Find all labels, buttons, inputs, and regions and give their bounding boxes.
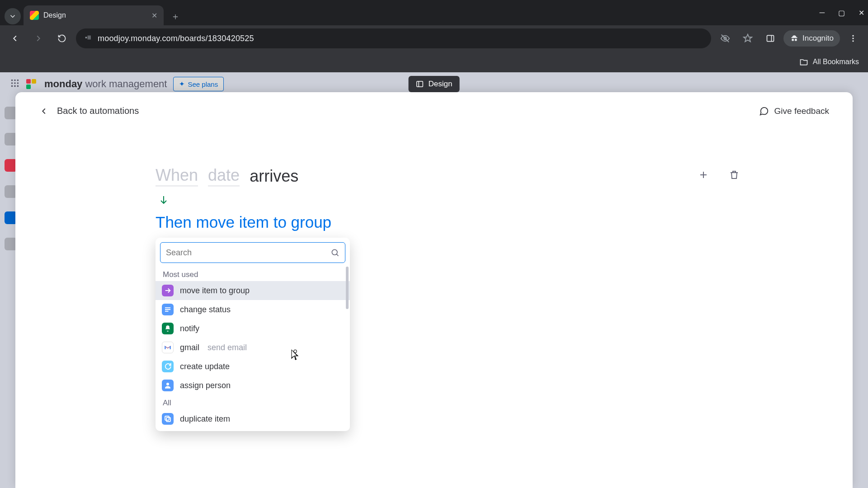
svg-point-8 <box>17 80 19 81</box>
section-all: All <box>156 395 350 409</box>
option-create-update[interactable]: create update <box>156 357 350 376</box>
option-move-item-to-group[interactable]: move item to group <box>156 281 350 300</box>
option-change-status[interactable]: change status <box>156 300 350 319</box>
incognito-badge[interactable]: Incognito <box>783 30 840 47</box>
svg-point-10 <box>14 82 16 84</box>
monday-favicon <box>30 11 39 20</box>
svg-point-4 <box>852 38 854 39</box>
action-dropdown: Most used move item to group change stat… <box>156 238 350 431</box>
option-label: duplicate item <box>180 414 230 424</box>
incognito-label: Incognito <box>802 34 834 43</box>
close-icon[interactable]: ✕ <box>859 9 864 17</box>
section-most-used: Most used <box>156 267 350 281</box>
option-gmail[interactable]: gmail send email <box>156 338 350 357</box>
gmail-icon <box>162 342 174 353</box>
option-duplicate-item[interactable]: duplicate item <box>156 409 350 428</box>
svg-point-11 <box>17 82 19 84</box>
scrollbar[interactable] <box>346 267 349 309</box>
forward-button <box>29 29 48 48</box>
all-bookmarks-button[interactable]: All Bookmarks <box>799 57 859 66</box>
trigger-when-link[interactable]: When <box>156 166 198 186</box>
feedback-label: Give feedback <box>774 106 829 116</box>
person-icon <box>162 380 174 391</box>
svg-point-12 <box>11 85 13 87</box>
minimize-icon[interactable]: ─ <box>820 9 825 17</box>
app-viewport: monday work management ✦ See plans Desig… <box>0 72 868 488</box>
chat-icon <box>162 361 174 372</box>
svg-point-9 <box>11 82 13 84</box>
browser-toolbar: moodjoy.monday.com/boards/1830420525 Inc… <box>0 25 868 52</box>
search-input[interactable] <box>166 248 327 258</box>
svg-point-16 <box>332 249 337 255</box>
address-bar[interactable]: moodjoy.monday.com/boards/1830420525 <box>76 28 711 48</box>
give-feedback-button[interactable]: Give feedback <box>759 106 829 116</box>
back-button[interactable] <box>5 29 24 48</box>
svg-rect-15 <box>417 81 423 87</box>
reload-button[interactable] <box>52 29 71 48</box>
product-name: monday work management <box>44 78 167 90</box>
automation-builder: When date arrives Then move item to grou… <box>15 116 853 431</box>
svg-rect-18 <box>166 418 170 422</box>
svg-rect-2 <box>767 35 774 41</box>
window-controls: ─ ▢ ✕ <box>820 0 864 25</box>
delete-step-icon[interactable] <box>729 169 740 183</box>
svg-point-3 <box>852 35 854 37</box>
add-step-icon[interactable] <box>698 169 709 183</box>
svg-point-7 <box>14 80 16 81</box>
board-pill-label: Design <box>429 80 453 89</box>
option-notify[interactable]: notify <box>156 319 350 338</box>
svg-point-6 <box>11 80 13 81</box>
bell-icon <box>162 323 174 334</box>
all-bookmarks-label: All Bookmarks <box>813 58 859 66</box>
option-assign-person[interactable]: assign person <box>156 376 350 395</box>
new-tab-button[interactable]: ＋ <box>167 8 184 24</box>
apps-grid-icon[interactable] <box>10 78 20 90</box>
status-icon <box>162 304 174 315</box>
url-text: moodjoy.monday.com/boards/1830420525 <box>98 34 254 43</box>
trigger-date-link[interactable]: date <box>208 166 240 186</box>
tab-search-button[interactable] <box>5 8 21 24</box>
monday-logo-icon <box>26 78 38 90</box>
trigger-sentence: When date arrives <box>156 166 853 186</box>
trigger-arrives-text: arrives <box>250 167 298 186</box>
option-label: gmail <box>180 343 199 352</box>
back-to-automations[interactable]: Back to automations <box>39 106 139 116</box>
svg-point-5 <box>852 40 854 42</box>
bookmark-bar: All Bookmarks <box>0 52 868 72</box>
option-label: assign person <box>180 381 231 390</box>
maximize-icon[interactable]: ▢ <box>838 9 845 17</box>
browser-tab[interactable]: Design ✕ <box>24 5 164 25</box>
option-label: notify <box>180 324 199 333</box>
side-panel-icon[interactable] <box>761 29 780 48</box>
option-label: create update <box>180 362 230 371</box>
arrow-right-icon <box>162 285 174 296</box>
tab-title: Design <box>43 11 147 19</box>
action-sentence[interactable]: Then move item to group <box>156 213 853 231</box>
automation-modal: Back to automations Give feedback When d… <box>15 92 853 488</box>
svg-point-13 <box>14 85 16 87</box>
flow-arrow-icon <box>158 194 853 209</box>
option-sublabel: send email <box>208 343 247 352</box>
bookmark-star-icon[interactable] <box>738 29 757 48</box>
option-label: move item to group <box>180 286 250 296</box>
close-tab-icon[interactable]: ✕ <box>151 11 157 20</box>
browser-tab-strip: Design ✕ ＋ ─ ▢ ✕ <box>0 0 868 25</box>
svg-rect-19 <box>165 416 169 420</box>
back-label: Back to automations <box>57 106 139 116</box>
eye-off-icon[interactable] <box>716 29 735 48</box>
site-info-icon[interactable] <box>84 33 92 43</box>
copy-icon <box>162 413 174 425</box>
search-icon <box>330 248 340 257</box>
board-pill[interactable]: Design <box>409 76 460 92</box>
svg-point-0 <box>85 37 86 38</box>
kebab-menu-icon[interactable] <box>844 29 863 48</box>
dropdown-search[interactable] <box>160 242 345 263</box>
svg-point-14 <box>17 85 19 87</box>
svg-point-17 <box>166 383 169 385</box>
option-label: change status <box>180 305 231 314</box>
see-plans-button[interactable]: ✦ See plans <box>173 77 224 91</box>
